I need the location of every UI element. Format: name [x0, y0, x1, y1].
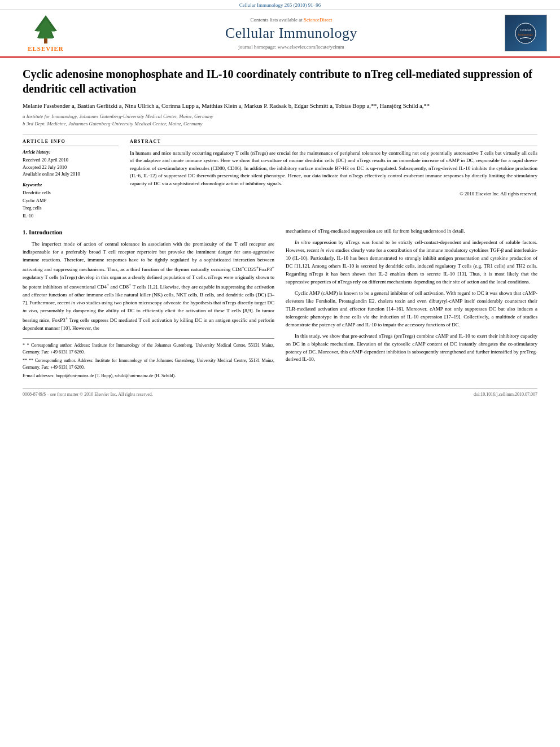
article-title: Cyclic adenosine monophosphate and IL-10…: [23, 67, 537, 96]
sciencedirect-link[interactable]: ScienceDirect: [304, 17, 332, 23]
bottom-info-bar: 0008-8749/$ – see front matter © 2010 El…: [23, 388, 537, 397]
affiliation-a: a Institute for Immunology, Johannes Gut…: [23, 113, 537, 121]
footnote-star2: ** ** Corresponding author. Address: Ins…: [23, 357, 274, 371]
journal-header-right: Cellular Immunology: [500, 15, 551, 51]
article-info-panel: ARTICLE INFO Article history: Received 2…: [23, 139, 119, 220]
footnote-star1: * * Corresponding author. Address: Insti…: [23, 342, 274, 356]
footnote-email: E-mail addresses: boppt@uni-mainz.de (T.…: [23, 373, 274, 379]
issn-info: 0008-8749/$ – see front matter © 2010 El…: [23, 392, 153, 397]
elsevier-tree-icon: [32, 14, 60, 45]
journal-citation: Cellular Immunology 265 (2010) 91–96: [239, 2, 321, 8]
contents-available-line: Contents lists available at ScienceDirec…: [82, 17, 500, 23]
keyword-2: Cyclic AMP: [23, 197, 119, 205]
footnotes: * * Corresponding author. Address: Insti…: [23, 338, 274, 379]
elsevier-brand: ELSEVIER: [28, 45, 64, 52]
body-two-col: 1. Introduction The imperfect mode of ac…: [23, 228, 537, 381]
info-abstract-section: ARTICLE INFO Article history: Received 2…: [23, 139, 537, 220]
affiliations: a Institute for Immunology, Johannes Gut…: [23, 113, 537, 128]
keywords-title: Keywords:: [23, 182, 119, 187]
keyword-1: Dendritic cells: [23, 189, 119, 197]
abstract-text: In humans and mice naturally occurring r…: [130, 150, 537, 188]
journal-header-center: Contents lists available at ScienceDirec…: [82, 17, 500, 50]
abstract-panel: ABSTRACT In humans and mice naturally oc…: [130, 139, 537, 220]
right-para-4: In this study, we show that pre-activate…: [286, 333, 537, 364]
keyword-3: Treg cells: [23, 204, 119, 212]
intro-para-1: The imperfect mode of action of central …: [23, 241, 274, 332]
article-history-title: Article history:: [23, 150, 119, 155]
received-date: Received 20 April 2010: [23, 156, 119, 164]
available-date: Available online 24 July 2010: [23, 171, 119, 178]
article-info-title: ARTICLE INFO: [23, 139, 119, 146]
elsevier-logo: ELSEVIER: [28, 14, 64, 52]
affiliation-b: b 3rd Dept. Medicine, Johannes Gutenberg…: [23, 120, 537, 128]
keyword-4: IL-10: [23, 212, 119, 220]
journal-logo-box: Cellular Immunology: [505, 15, 547, 51]
right-para-2: In vitro suppression by nTregs was found…: [286, 239, 537, 286]
journal-citation-bar: Cellular Immunology 265 (2010) 91–96: [0, 0, 560, 10]
authors-text: Melanie Fassbender a, Bastian Gerlitzki …: [23, 103, 430, 109]
journal-logo-icon: Cellular Immunology: [514, 22, 537, 45]
body-left-col: 1. Introduction The imperfect mode of ac…: [23, 228, 274, 381]
journal-header-left: ELSEVIER: [9, 14, 82, 52]
body-content: 1. Introduction The imperfect mode of ac…: [23, 228, 537, 396]
divider-1: [23, 134, 537, 134]
journal-header: ELSEVIER Contents lists available at Sci…: [0, 10, 560, 58]
intro-heading: 1. Introduction: [23, 228, 274, 237]
svg-text:Cellular: Cellular: [520, 28, 531, 32]
journal-title: Cellular Immunology: [82, 25, 500, 42]
right-para-3: Cyclic AMP (cAMP) is known to be a gener…: [286, 290, 537, 329]
journal-homepage: journal homepage: www.elsevier.com/locat…: [82, 44, 500, 50]
article-content: Cyclic adenosine monophosphate and IL-10…: [0, 58, 560, 406]
body-right-col: mechanisms of nTreg-mediated suppression…: [286, 228, 537, 381]
intro-para-1-text: The imperfect mode of action of central …: [23, 241, 274, 330]
authors-line: Melanie Fassbender a, Bastian Gerlitzki …: [23, 102, 537, 111]
accepted-date: Accepted 22 July 2010: [23, 164, 119, 171]
svg-text:Immunology: Immunology: [518, 33, 533, 36]
abstract-copyright: © 2010 Elsevier Inc. All rights reserved…: [130, 191, 537, 196]
right-para-1: mechanisms of nTreg-mediated suppression…: [286, 228, 537, 235]
doi-info: doi:10.1016/j.cellimm.2010.07.007: [474, 392, 537, 397]
abstract-title: ABSTRACT: [130, 139, 537, 146]
